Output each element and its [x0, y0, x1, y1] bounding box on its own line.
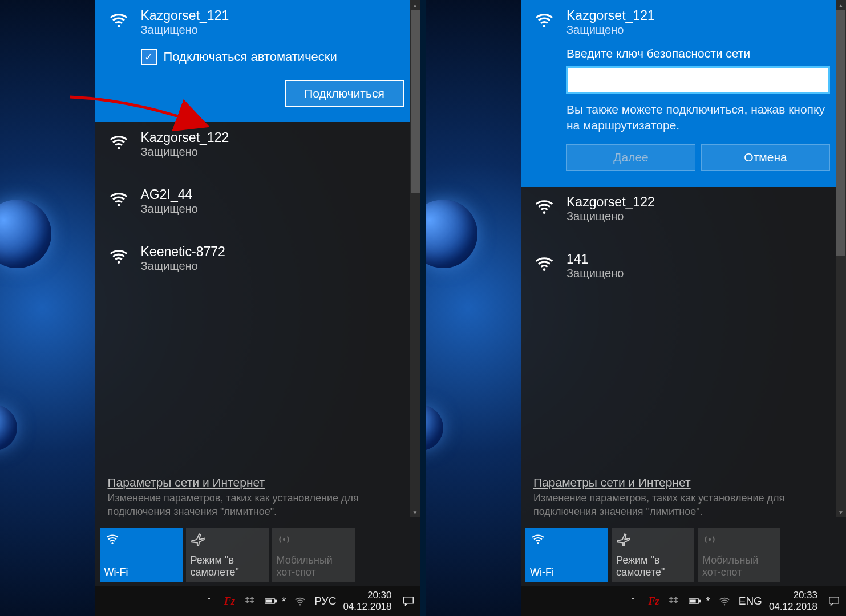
taskbar: ˄ Fz * РУС 20:30 04.12.2018 [95, 586, 420, 616]
ime-indicator[interactable]: РУС [314, 595, 336, 607]
battery-icon[interactable] [265, 595, 277, 607]
ime-indicator[interactable]: ENG [739, 595, 762, 607]
network-list: Kazgorset_121 Защищено Введите ключ безо… [521, 0, 846, 469]
tile-label: Wi-Fi [530, 566, 604, 578]
filezilla-icon[interactable]: Fz [647, 595, 660, 607]
tile-label: Мобильный хот-спот [277, 554, 350, 578]
svg-point-1 [117, 147, 120, 149]
svg-point-4 [111, 542, 113, 544]
network-name: AG2I_44 [141, 187, 404, 202]
quick-action-tiles: Wi-Fi Режим "в самолете" Мобильный хот-с… [521, 528, 846, 586]
scroll-down-arrow[interactable]: ▼ [410, 507, 420, 517]
tile-airplane[interactable]: Режим "в самолете" [612, 528, 694, 582]
taskbar-time: 20:33 [769, 590, 817, 601]
scroll-down-arrow[interactable]: ▼ [836, 507, 846, 517]
asterisk-icon: * [706, 595, 710, 608]
auto-connect-checkbox[interactable]: ✓ [141, 49, 157, 65]
network-item[interactable]: Kazgorset_122 Защищено [521, 187, 846, 244]
airplane-icon [616, 532, 690, 548]
system-tray: ˄ Fz * ENG [627, 595, 762, 608]
scrollbar-thumb[interactable] [836, 10, 845, 256]
network-name: Keenetic-8772 [141, 244, 404, 260]
connect-button-label: Подключиться [304, 87, 384, 100]
tile-wifi[interactable]: Wi-Fi [100, 528, 183, 582]
network-flyout: ▲ ▼ Kazgorset_121 Защищено ✓ [95, 0, 420, 616]
tile-label: Мобильный хот-спот [702, 554, 776, 578]
auto-connect-row[interactable]: ✓ Подключаться автоматически [141, 49, 404, 65]
taskbar-date: 04.12.2018 [769, 601, 817, 613]
taskbar: ˄ Fz * ENG 20:33 04.12.2018 [521, 586, 846, 616]
network-status: Защищено [566, 23, 830, 37]
next-button[interactable]: Далее [566, 144, 695, 171]
network-name: 141 [566, 252, 830, 267]
network-status: Защищено [141, 145, 404, 159]
tile-label: Режим "в самолете" [616, 554, 690, 578]
filezilla-icon[interactable]: Fz [224, 595, 236, 607]
dropbox-icon[interactable] [244, 595, 257, 607]
cancel-button-label: Отмена [744, 151, 787, 164]
tray-overflow-icon[interactable]: ˄ [627, 595, 639, 607]
network-item[interactable]: Kazgorset_122 Защищено [95, 122, 420, 179]
screenshot-left: ▲ ▼ Kazgorset_121 Защищено ✓ [0, 0, 420, 616]
tray-overflow-icon[interactable]: ˄ [203, 595, 216, 607]
connect-button[interactable]: Подключиться [285, 80, 404, 107]
network-settings-link[interactable]: Параметры сети и Интернет [533, 476, 691, 489]
network-settings-desc: Изменение параметров, таких как установл… [108, 492, 408, 518]
svg-point-10 [543, 25, 546, 27]
auto-connect-label: Подключаться автоматически [164, 50, 337, 64]
svg-point-0 [117, 25, 120, 27]
scrollbar[interactable]: ▲ ▼ [410, 0, 420, 517]
wifi-tray-icon[interactable] [294, 595, 306, 607]
network-settings-block: Параметры сети и Интернет Изменение пара… [95, 469, 420, 528]
tile-hotspot[interactable]: Мобильный хот-спот [272, 528, 355, 582]
asterisk-icon: * [282, 595, 286, 608]
scroll-up-arrow[interactable]: ▲ [410, 0, 420, 10]
cancel-button[interactable]: Отмена [701, 144, 830, 171]
network-settings-link[interactable]: Параметры сети и Интернет [108, 476, 265, 489]
network-name: Kazgorset_122 [566, 194, 830, 210]
screenshot-right: ▲ ▼ Kazgorset_121 Защищено Введите ключ … [426, 0, 847, 616]
svg-rect-16 [699, 600, 701, 602]
quick-action-tiles: Wi-Fi Режим "в самолете" Мобильный хот-с… [95, 528, 420, 586]
network-status: Защищено [566, 210, 830, 223]
tile-airplane[interactable]: Режим "в самолете" [186, 528, 269, 582]
hotspot-icon [277, 532, 350, 548]
svg-point-18 [723, 604, 725, 606]
tile-label: Режим "в самолете" [191, 554, 264, 578]
network-status: Защищено [141, 202, 404, 216]
next-button-label: Далее [613, 151, 649, 164]
svg-point-14 [709, 538, 711, 541]
network-name: Kazgorset_121 [566, 8, 830, 23]
network-status: Защищено [141, 260, 404, 273]
svg-point-5 [282, 538, 285, 541]
dropbox-icon[interactable] [668, 595, 681, 607]
airplane-icon [191, 532, 264, 548]
check-icon: ✓ [144, 52, 153, 62]
taskbar-clock[interactable]: 20:30 04.12.2018 [341, 590, 394, 612]
network-item[interactable]: 141 Защищено [521, 244, 846, 301]
wifi-icon [107, 130, 131, 152]
wifi-tray-icon[interactable] [718, 595, 731, 607]
network-item[interactable]: AG2I_44 Защищено [95, 179, 420, 236]
scrollbar[interactable]: ▲ ▼ [836, 0, 846, 517]
taskbar-clock[interactable]: 20:33 04.12.2018 [767, 590, 820, 612]
svg-point-12 [543, 268, 546, 271]
tile-wifi[interactable]: Wi-Fi [525, 528, 608, 582]
taskbar-date: 04.12.2018 [343, 601, 391, 613]
action-center-icon[interactable] [399, 595, 418, 607]
network-status: Защищено [566, 267, 830, 280]
battery-icon[interactable] [689, 595, 701, 607]
scrollbar-thumb[interactable] [411, 10, 420, 193]
network-flyout: ▲ ▼ Kazgorset_121 Защищено Введите ключ … [521, 0, 846, 616]
button-row: Далее Отмена [566, 144, 830, 171]
network-item-selected[interactable]: Kazgorset_121 Защищено ✓ Подключаться ав… [95, 0, 420, 122]
wifi-icon [532, 8, 556, 30]
network-item[interactable]: Keenetic-8772 Защищено [95, 236, 420, 293]
svg-point-3 [117, 261, 120, 264]
network-item-selected[interactable]: Kazgorset_121 Защищено Введите ключ безо… [521, 0, 846, 187]
network-body: Kazgorset_121 Защищено ✓ Подключаться ав… [141, 8, 404, 107]
security-key-input[interactable] [566, 66, 830, 94]
scroll-up-arrow[interactable]: ▲ [836, 0, 846, 10]
action-center-icon[interactable] [824, 595, 844, 607]
tile-hotspot[interactable]: Мобильный хот-спот [698, 528, 780, 582]
